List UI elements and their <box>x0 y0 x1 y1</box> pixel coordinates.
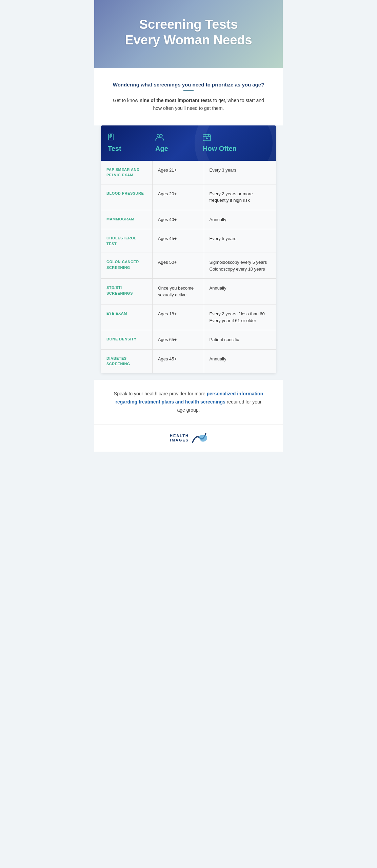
cell-test-2: MAMMOGRAM <box>101 210 153 229</box>
svg-rect-4 <box>110 134 112 135</box>
logo-text: HEALTH IMAGES <box>170 434 189 442</box>
col-header-age: Age <box>155 134 203 153</box>
header-section: Screening Tests Every Woman Needs <box>94 0 283 68</box>
footer-paragraph: Speak to your health care provider for m… <box>111 390 266 414</box>
main-title: Screening Tests Every Woman Needs <box>108 17 269 48</box>
cell-age-2: Ages 40+ <box>153 210 204 229</box>
cell-age-4: Ages 50+ <box>153 253 204 278</box>
age-icon <box>155 134 164 143</box>
table-row: BONE DENSITY Ages 65+ Patient specific <box>101 330 276 350</box>
table-row: BLOOD PRESSURE Ages 20+ Every 2 years or… <box>101 184 276 210</box>
cell-test-0: PAP SMEAR AND PELVIC EXAM <box>101 161 153 184</box>
table-row: MAMMOGRAM Ages 40+ Annually <box>101 210 276 230</box>
table-header: Test Age <box>101 125 276 161</box>
logo-icon <box>190 431 207 445</box>
col-label-test: Test <box>108 145 121 153</box>
table-row: STD/STI SCREENINGS Once you become sexua… <box>101 279 276 304</box>
logo-section: HEALTH IMAGES <box>94 424 283 452</box>
col-label-frequency: How Often <box>203 145 237 153</box>
svg-rect-0 <box>108 134 113 140</box>
cell-test-4: COLON CANCER SCREENING <box>101 253 153 278</box>
frequency-icon <box>203 134 211 143</box>
cell-age-8: Ages 45+ <box>153 350 204 373</box>
table-body: PAP SMEAR AND PELVIC EXAM Ages 21+ Every… <box>101 161 276 373</box>
col-header-test: Test <box>108 134 155 153</box>
cell-age-3: Ages 45+ <box>153 229 204 253</box>
intro-text: Get to know nine of the most important t… <box>111 97 266 112</box>
intro-section: Wondering what screenings you need to pr… <box>94 68 283 125</box>
table-row: DIABETES SCREENING Ages 45+ Annually <box>101 350 276 373</box>
footer-section: Speak to your health care provider for m… <box>94 380 283 424</box>
cell-age-0: Ages 21+ <box>153 161 204 184</box>
table-row: EYE EXAM Ages 18+ Every 2 years if less … <box>101 304 276 330</box>
intro-divider <box>183 90 194 91</box>
logo: HEALTH IMAGES <box>170 431 207 445</box>
cell-frequency-1: Every 2 years or more frequently if high… <box>204 184 276 210</box>
cell-age-7: Ages 65+ <box>153 330 204 349</box>
col-header-frequency: How Often <box>203 134 269 153</box>
cell-test-6: EYE EXAM <box>101 304 153 330</box>
cell-frequency-6: Every 2 years if less than 60Every year … <box>204 304 276 330</box>
cell-frequency-2: Annually <box>204 210 276 229</box>
cell-age-5: Once you become sexually active <box>153 279 204 304</box>
cell-test-8: DIABETES SCREENING <box>101 350 153 373</box>
cell-test-3: CHOLESTEROL TEST <box>101 229 153 253</box>
intro-question: Wondering what screenings you need to pr… <box>111 82 266 87</box>
cell-frequency-4: Sigmoidoscopy every 5 yearsColonoscopy e… <box>204 253 276 278</box>
table-row: PAP SMEAR AND PELVIC EXAM Ages 21+ Every… <box>101 161 276 184</box>
cell-test-1: BLOOD PRESSURE <box>101 184 153 210</box>
cell-test-5: STD/STI SCREENINGS <box>101 279 153 304</box>
col-label-age: Age <box>155 145 168 153</box>
cell-frequency-8: Annually <box>204 350 276 373</box>
cell-frequency-0: Every 3 years <box>204 161 276 184</box>
test-icon <box>108 134 115 143</box>
cell-test-7: BONE DENSITY <box>101 330 153 349</box>
svg-point-5 <box>157 134 160 137</box>
svg-point-11 <box>206 138 207 139</box>
svg-rect-7 <box>203 135 211 141</box>
svg-point-6 <box>160 134 162 137</box>
cell-frequency-5: Annually <box>204 279 276 304</box>
table-row: COLON CANCER SCREENING Ages 50+ Sigmoido… <box>101 253 276 279</box>
cell-age-1: Ages 20+ <box>153 184 204 210</box>
screening-table: Test Age <box>101 125 276 373</box>
cell-frequency-7: Patient specific <box>204 330 276 349</box>
table-row: CHOLESTEROL TEST Ages 45+ Every 5 years <box>101 229 276 253</box>
cell-frequency-3: Every 5 years <box>204 229 276 253</box>
cell-age-6: Ages 18+ <box>153 304 204 330</box>
